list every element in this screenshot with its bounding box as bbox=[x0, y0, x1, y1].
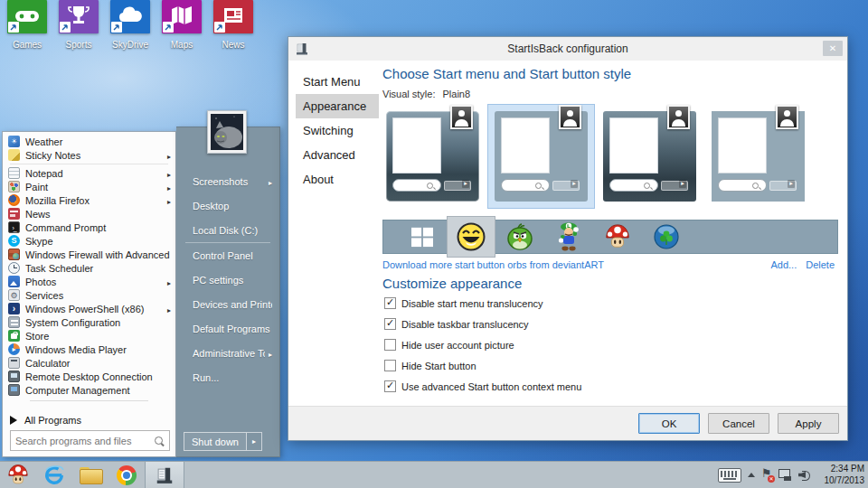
start-menu-item-command-prompt[interactable]: Command Prompt bbox=[3, 221, 175, 234]
skype-icon bbox=[8, 235, 20, 247]
nav-appearance[interactable]: Appearance bbox=[296, 94, 379, 118]
start-menu-item-system-configuration[interactable]: System Configuration bbox=[3, 315, 175, 329]
orb-awesome-smiley-selected[interactable] bbox=[447, 216, 495, 258]
desktop: Games Sports SkyDrive Maps News Weather … bbox=[0, 0, 868, 488]
start-menu-search-box[interactable] bbox=[10, 430, 170, 451]
places-item-local-disk[interactable]: Local Disk (C:) bbox=[176, 218, 279, 242]
action-center-flag-icon[interactable]: ✕ bbox=[761, 469, 772, 482]
orb-angry-bird[interactable] bbox=[495, 222, 544, 251]
checkbox-icon[interactable] bbox=[384, 380, 396, 392]
folder-icon bbox=[80, 467, 101, 483]
taskbar-internet-explorer[interactable] bbox=[36, 462, 72, 488]
news-app-icon bbox=[8, 208, 20, 220]
checkbox-hide-user-picture[interactable]: Hide user account picture bbox=[384, 339, 514, 351]
orb-clover-globe[interactable] bbox=[642, 223, 691, 250]
submenu-arrow-icon bbox=[164, 304, 171, 314]
places-item-administrative-tools[interactable]: Administrative Tools bbox=[176, 341, 279, 365]
start-menu-item-media-player[interactable]: Windows Media Player bbox=[3, 343, 175, 356]
system-configuration-icon bbox=[8, 316, 20, 328]
apply-button[interactable]: Apply bbox=[778, 413, 839, 434]
places-item-screenshots[interactable]: Screenshots bbox=[176, 169, 279, 193]
tile-skydrive[interactable]: SkyDrive bbox=[110, 0, 150, 33]
checkbox-icon[interactable] bbox=[384, 339, 396, 351]
settings-nav: Start Menu Appearance Switching Advanced… bbox=[296, 70, 379, 192]
tile-label: Maps bbox=[155, 40, 209, 50]
style-option-plain8-selected[interactable] bbox=[487, 104, 595, 209]
orb-windows-logo[interactable] bbox=[398, 226, 447, 248]
checkbox-icon[interactable] bbox=[384, 360, 396, 371]
start-menu-item-notepad[interactable]: Notepad bbox=[3, 166, 175, 180]
start-menu-item-store[interactable]: Store bbox=[3, 329, 175, 343]
orb-mushroom[interactable] bbox=[593, 223, 642, 250]
volume-icon[interactable] bbox=[798, 469, 811, 481]
add-orb-link[interactable]: Add... bbox=[770, 259, 797, 270]
start-menu-item-firefox[interactable]: Mozilla Firefox bbox=[3, 193, 175, 207]
style-option-aero[interactable] bbox=[379, 104, 486, 209]
window-titlebar[interactable]: StartIsBack configuration bbox=[288, 37, 847, 61]
taskbar-startisback-active[interactable] bbox=[145, 462, 184, 488]
thumb-user-picture bbox=[667, 105, 690, 129]
style-option-flat[interactable] bbox=[704, 104, 812, 209]
touch-keyboard-icon[interactable] bbox=[718, 468, 741, 483]
style-option-dark[interactable] bbox=[596, 104, 703, 209]
shutdown-button[interactable]: Shut down bbox=[184, 432, 247, 451]
start-menu-item-computer-management[interactable]: Computer Management bbox=[3, 383, 175, 397]
places-item-pc-settings[interactable]: PC settings bbox=[176, 267, 279, 292]
checkbox-advanced-context-menu[interactable]: Use advanced Start button context menu bbox=[384, 380, 581, 392]
nav-about[interactable]: About bbox=[296, 167, 379, 192]
tile-news[interactable]: News bbox=[213, 0, 253, 33]
tile-maps[interactable]: Maps bbox=[162, 0, 202, 33]
search-icon bbox=[153, 435, 165, 447]
nav-start-menu[interactable]: Start Menu bbox=[296, 70, 379, 94]
checkbox-disable-taskbar-translucency[interactable]: Disable taskbar translucency bbox=[384, 318, 529, 330]
start-menu-item-skype[interactable]: Skype bbox=[3, 234, 175, 248]
tile-label: News bbox=[206, 40, 260, 50]
nav-advanced[interactable]: Advanced bbox=[296, 143, 379, 167]
start-menu-item-firewall[interactable]: Windows Firewall with Advanced Sec... bbox=[3, 248, 175, 261]
download-orbs-link[interactable]: Download more start button orbs from dev… bbox=[382, 259, 604, 270]
network-icon[interactable] bbox=[778, 469, 792, 481]
cancel-button[interactable]: Cancel bbox=[708, 413, 769, 434]
submenu-arrow-icon bbox=[164, 277, 171, 287]
search-input[interactable] bbox=[11, 436, 153, 446]
start-menu-right-panel: Screenshots Desktop Local Disk (C:) Cont… bbox=[176, 127, 280, 457]
checkbox-icon[interactable] bbox=[384, 297, 396, 309]
checkbox-icon[interactable] bbox=[384, 318, 396, 330]
shutdown-options-arrow[interactable] bbox=[247, 432, 262, 451]
taskbar-clock[interactable]: 2:34 PM 10/7/2013 bbox=[817, 464, 864, 486]
sticky-notes-icon bbox=[8, 149, 20, 161]
places-item-desktop[interactable]: Desktop bbox=[176, 193, 279, 218]
taskbar-file-explorer[interactable] bbox=[72, 462, 108, 488]
notepad-icon bbox=[8, 167, 20, 179]
orb-luigi[interactable] bbox=[544, 221, 593, 252]
start-menu-item-remote-desktop[interactable]: Remote Desktop Connection bbox=[3, 370, 175, 383]
start-menu-item-photos[interactable]: Photos bbox=[3, 275, 175, 288]
places-item-control-panel[interactable]: Control Panel bbox=[176, 243, 279, 267]
tile-games[interactable]: Games bbox=[7, 0, 47, 33]
start-menu-separator bbox=[10, 164, 168, 164]
start-menu-item-task-scheduler[interactable]: Task Scheduler bbox=[3, 261, 175, 275]
taskbar-chrome[interactable] bbox=[108, 462, 145, 488]
start-menu-item-weather[interactable]: Weather bbox=[3, 135, 175, 148]
ok-button[interactable]: OK bbox=[638, 413, 700, 434]
start-menu-item-paint[interactable]: Paint bbox=[3, 180, 175, 193]
close-button[interactable] bbox=[823, 41, 843, 56]
services-icon bbox=[8, 289, 20, 301]
delete-orb-link[interactable]: Delete bbox=[806, 259, 835, 270]
user-avatar[interactable] bbox=[207, 110, 247, 154]
start-menu-item-powershell[interactable]: Windows PowerShell (x86) bbox=[3, 302, 175, 315]
tile-sports[interactable]: Sports bbox=[59, 0, 99, 33]
places-item-devices-printers[interactable]: Devices and Printers bbox=[176, 292, 279, 316]
start-button-mushroom[interactable] bbox=[0, 462, 36, 488]
places-item-default-programs[interactable]: Default Programs bbox=[176, 316, 279, 341]
start-menu-item-calculator[interactable]: Calculator bbox=[3, 356, 175, 370]
start-menu-item-services[interactable]: Services bbox=[3, 288, 175, 302]
show-hidden-icons-arrow[interactable] bbox=[748, 473, 755, 477]
places-item-run[interactable]: Run... bbox=[176, 365, 279, 389]
checkbox-disable-startmenu-translucency[interactable]: Disable start menu translucency bbox=[384, 297, 543, 309]
nav-switching[interactable]: Switching bbox=[296, 118, 379, 143]
checkbox-hide-start-button[interactable]: Hide Start button bbox=[384, 360, 476, 371]
all-programs-button[interactable]: All Programs bbox=[3, 412, 175, 428]
start-menu-item-news[interactable]: News bbox=[3, 207, 175, 221]
start-menu-item-sticky-notes[interactable]: Sticky Notes bbox=[3, 148, 175, 162]
